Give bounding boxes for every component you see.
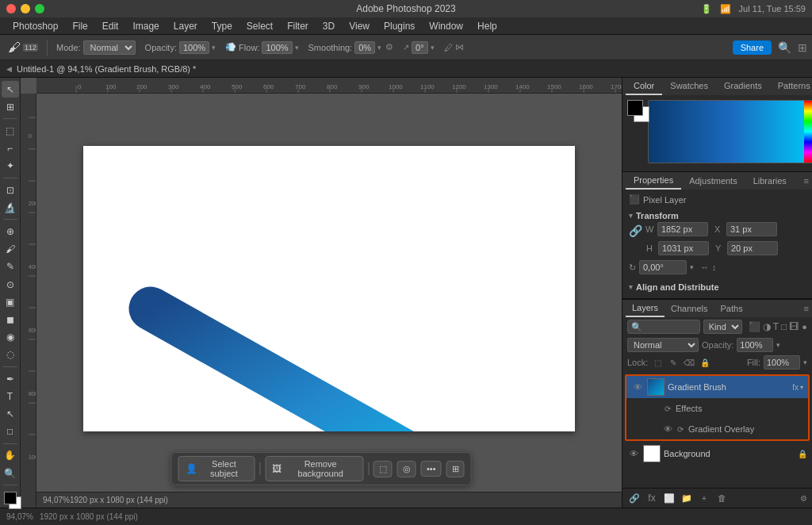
tool-path-select[interactable]: ↖ (2, 405, 19, 422)
tab-color[interactable]: Color (626, 78, 662, 95)
smoothing-value[interactable]: 0% (354, 41, 375, 54)
tool-shape[interactable]: □ (2, 423, 19, 440)
layer-background[interactable]: 👁 Background 🔒 (622, 443, 812, 465)
tool-eraser[interactable]: ▣ (2, 293, 19, 310)
menu-image[interactable]: Image (126, 19, 165, 33)
y-input[interactable] (727, 241, 778, 255)
brush-preset-icon[interactable]: 🖌 (8, 40, 21, 55)
props-panel-menu[interactable]: ≡ (804, 176, 809, 186)
link-proportions-icon[interactable]: 🔗 (629, 224, 642, 237)
ctx-more-button[interactable]: ••• (421, 461, 442, 477)
share-button[interactable]: Share (733, 40, 772, 55)
tool-move[interactable]: ↖ (2, 81, 19, 98)
flip-h-icon[interactable]: ↔ (700, 262, 709, 272)
filter-adjust-icon[interactable]: ◑ (763, 321, 771, 332)
lock-pixels-btn[interactable]: ⬚ (651, 356, 664, 369)
tab-back-arrow[interactable]: ◀ (6, 65, 12, 73)
menu-photoshop[interactable]: Photoshop (6, 19, 64, 33)
tab-gradients[interactable]: Gradients (716, 78, 770, 95)
layers-kind-select[interactable]: Kind (703, 320, 742, 334)
foreground-swatch[interactable] (627, 100, 643, 116)
opacity-input[interactable] (737, 338, 773, 352)
menu-file[interactable]: File (66, 19, 94, 33)
layer-effects[interactable]: ⟳ Effects (626, 398, 808, 419)
filter-smart-icon[interactable]: 🎞 (789, 321, 799, 332)
tool-text[interactable]: T (2, 388, 19, 404)
tool-pen[interactable]: ✒ (2, 370, 19, 387)
filter-toggle[interactable]: ● (802, 322, 807, 331)
lock-all-btn[interactable]: 🔒 (699, 356, 711, 369)
foreground-color[interactable] (4, 492, 17, 504)
gradient-preview[interactable] (648, 100, 812, 163)
layer-fx-badge[interactable]: fx ▾ (792, 383, 803, 392)
rotate-input[interactable] (639, 260, 687, 274)
lock-position-btn[interactable]: ✎ (667, 356, 680, 369)
delete-layer-btn[interactable]: 🗑 (714, 491, 729, 505)
ctx-tool-2[interactable]: ◎ (397, 461, 416, 477)
lock-artboard-btn[interactable]: ⌫ (683, 356, 695, 369)
flip-v-icon[interactable]: ↕ (712, 262, 717, 272)
tool-artboard[interactable]: ⊞ (2, 98, 19, 115)
fill-arrow[interactable]: ▾ (803, 358, 807, 366)
width-input[interactable] (657, 222, 708, 236)
tool-lasso[interactable]: ⌐ (2, 140, 19, 157)
menu-select[interactable]: Select (240, 19, 279, 33)
transform-header[interactable]: ▾ Transform (629, 208, 806, 222)
menu-3d[interactable]: 3D (316, 19, 341, 33)
menu-view[interactable]: View (343, 19, 376, 33)
close-button[interactable] (6, 4, 16, 13)
symmetry-icon[interactable]: ⋈ (455, 42, 464, 52)
remove-background-button[interactable]: 🖼 Remove background (265, 456, 363, 481)
tool-crop[interactable]: ⊡ (2, 182, 19, 198)
select-subject-button[interactable]: 👤 Select subject (178, 456, 255, 481)
canvas-wrapper[interactable] (36, 94, 622, 484)
new-layer-btn[interactable]: + (697, 491, 711, 505)
document-canvas[interactable] (83, 146, 575, 431)
fill-input[interactable] (764, 355, 800, 370)
menu-filter[interactable]: Filter (281, 19, 315, 33)
panel-settings-icon[interactable]: ⚙ (800, 494, 807, 503)
tool-dodge[interactable]: ◌ (2, 347, 19, 363)
layer-gradient-brush[interactable]: 👁 Gradient Brush fx ▾ (626, 376, 808, 398)
tab-patterns[interactable]: Patterns (770, 78, 812, 95)
opacity-value[interactable]: 100% (179, 41, 209, 54)
rotate-arrow[interactable]: ▾ (690, 263, 694, 271)
angle-value[interactable]: 0° (412, 41, 428, 54)
tab-libraries[interactable]: Libraries (745, 173, 795, 189)
add-fx-btn[interactable]: fx (645, 491, 659, 505)
tool-zoom[interactable]: 🔍 (2, 465, 19, 481)
layers-search-input[interactable] (642, 322, 690, 331)
menu-plugins[interactable]: Plugins (377, 19, 421, 33)
tab-swatches[interactable]: Swatches (662, 78, 716, 95)
x-input[interactable] (726, 222, 777, 236)
tab-paths[interactable]: Paths (714, 301, 749, 316)
filter-pixel-icon[interactable]: ⬛ (749, 321, 760, 332)
tool-brush[interactable]: 🖌 (2, 241, 19, 258)
mode-select[interactable]: Normal (83, 40, 136, 55)
tool-history[interactable]: ⊙ (2, 276, 19, 293)
tab-layers[interactable]: Layers (626, 300, 665, 317)
visibility-eye-overlay[interactable]: 👁 (661, 423, 674, 435)
visibility-eye-background[interactable]: 👁 (627, 447, 640, 460)
tool-spot-heal[interactable]: ⊕ (2, 223, 19, 240)
filter-shape-icon[interactable]: □ (781, 321, 787, 332)
layers-search[interactable]: 🔍 (627, 320, 700, 334)
tool-marquee[interactable]: ⬚ (2, 122, 19, 139)
search-icon[interactable]: 🔍 (778, 41, 791, 54)
menu-layer[interactable]: Layer (167, 19, 204, 33)
height-input[interactable] (658, 241, 709, 255)
gradient-color-picker[interactable] (648, 100, 812, 163)
flow-value[interactable]: 100% (262, 41, 292, 54)
panels-icon[interactable]: ⊞ (798, 41, 807, 54)
tool-gradient[interactable]: ◼ (2, 311, 19, 328)
ctx-adjust-button[interactable]: ⊞ (446, 461, 465, 477)
maximize-button[interactable] (35, 4, 44, 13)
tool-blur[interactable]: ◉ (2, 329, 19, 346)
tab-properties[interactable]: Properties (626, 172, 681, 190)
smoothing-settings-icon[interactable]: ⚙ (385, 42, 393, 52)
menu-edit[interactable]: Edit (96, 19, 125, 33)
tool-magic-wand[interactable]: ✦ (2, 158, 19, 174)
blend-mode-select[interactable]: Normal (627, 338, 699, 352)
minimize-button[interactable] (21, 4, 30, 13)
layers-panel-menu[interactable]: ≡ (804, 304, 809, 313)
